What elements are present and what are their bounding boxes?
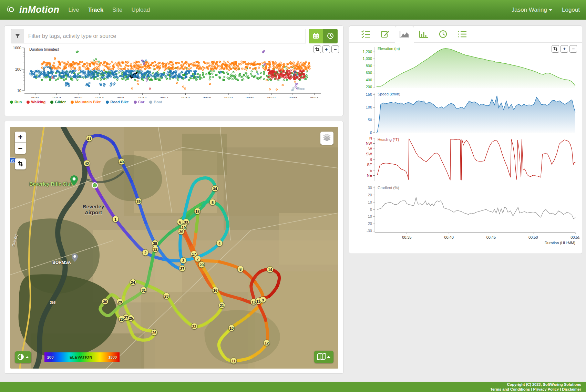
map-waypoint-32[interactable]: 32 — [152, 246, 159, 252]
map-waypoint-24[interactable]: 24 — [130, 279, 136, 286]
svg-text:S: S — [370, 157, 372, 162]
elevation-scale-label: ELEVATION — [70, 355, 92, 359]
user-menu[interactable]: Jason Waring — [512, 7, 552, 13]
activity-timeline-chart[interactable]: 1010010002011201220132014201520162017201… — [8, 44, 339, 98]
map-waypoint-4[interactable]: 4 — [216, 240, 223, 247]
layers-icon — [323, 133, 331, 143]
map-waypoint-14[interactable]: 14 — [267, 266, 274, 273]
map-waypoint-20[interactable]: 20 — [198, 261, 205, 268]
charts-crop-button[interactable] — [552, 45, 559, 53]
map-waypoint-16[interactable]: 16 — [212, 287, 219, 293]
legend-item-car[interactable]: Car — [134, 100, 144, 104]
svg-text:N: N — [369, 136, 372, 140]
nav-item-site[interactable]: Site — [112, 7, 122, 13]
map-waypoint-42[interactable]: 42 — [84, 160, 90, 167]
tab-bar-chart[interactable] — [414, 26, 433, 42]
svg-text:50: 50 — [368, 118, 372, 122]
time-filter-button[interactable] — [323, 29, 338, 43]
svg-text:Speed (km/h): Speed (km/h) — [378, 92, 400, 96]
map-waypoint-5[interactable]: 5 — [209, 199, 216, 206]
legend-label: Car — [138, 100, 144, 104]
nav-item-upload[interactable]: Upload — [131, 7, 150, 13]
map-waypoint-12[interactable]: 12 — [264, 340, 270, 346]
svg-text:1000: 1000 — [13, 46, 21, 50]
map-waypoint-3[interactable]: 3 — [180, 257, 187, 264]
elevation-chart[interactable]: 2004006008001,0001,200Elevation (m) — [352, 44, 579, 90]
legend-item-run[interactable]: Run — [10, 100, 22, 104]
footer: Copyright (C) 2023, SoftWaring Solutions… — [0, 382, 586, 392]
map-waypoint-25[interactable]: 25 — [128, 315, 134, 321]
mountain-bike-icon — [71, 101, 74, 104]
map-waypoint-36[interactable]: 36 — [178, 228, 185, 235]
map-waypoint-39[interactable]: 39 — [135, 198, 142, 205]
nav-item-live[interactable]: Live — [68, 7, 79, 13]
filter-icon — [11, 29, 24, 43]
map-waypoint-1[interactable]: 1 — [112, 216, 119, 223]
svg-text:Duration (minutes): Duration (minutes) — [29, 47, 59, 51]
map-waypoint-37[interactable]: 37 — [179, 265, 186, 272]
run-icon — [10, 101, 13, 104]
nav-item-track[interactable]: Track — [88, 7, 103, 13]
map-waypoint-23[interactable]: 23 — [163, 293, 170, 299]
map-waypoint-34[interactable]: 34 — [212, 185, 218, 192]
map[interactable]: 4142403913451863319363832241773203781424… — [10, 127, 338, 369]
svg-text:E: E — [370, 168, 372, 172]
svg-text:10: 10 — [17, 89, 21, 93]
speed-chart[interactable]: 050100150Speed (km/h) — [352, 90, 579, 135]
privacy-link[interactable]: Privacy Policy — [533, 387, 559, 391]
map-basemap-button[interactable] — [314, 351, 333, 363]
map-zoom-out-button[interactable]: − — [15, 143, 26, 154]
tab-check-list[interactable] — [356, 26, 376, 42]
calendar-filter-button[interactable] — [309, 29, 323, 43]
charts-zoom-out-button[interactable]: − — [569, 45, 577, 53]
svg-text:10: 10 — [368, 200, 372, 204]
map-waypoint-10[interactable]: 10 — [228, 325, 235, 331]
tab-area-chart[interactable] — [395, 26, 414, 43]
map-waypoint-40[interactable]: 40 — [119, 158, 125, 165]
legend-item-walking[interactable]: Walking — [27, 100, 45, 104]
map-waypoint-41[interactable]: 41 — [86, 135, 93, 142]
map-waypoint-22[interactable]: 22 — [191, 323, 198, 330]
legend-label: Run — [14, 100, 22, 104]
filter-input[interactable] — [24, 29, 306, 43]
map-crop-button[interactable] — [15, 158, 26, 169]
svg-text:200: 200 — [366, 85, 372, 89]
map-waypoint-21[interactable]: 21 — [219, 302, 225, 309]
map-waypoint-11[interactable]: 11 — [230, 358, 237, 364]
svg-text:2017: 2017 — [160, 96, 168, 98]
legend-item-mountain-bike[interactable]: Mountain Bike — [71, 100, 101, 104]
legend-item-road-bike[interactable]: Road Bike — [106, 100, 129, 104]
map-contrast-button[interactable] — [15, 351, 31, 363]
legend-item-boat[interactable]: Boat — [149, 100, 162, 104]
map-waypoint-7[interactable]: 7 — [195, 256, 201, 262]
svg-text:2012: 2012 — [52, 96, 61, 98]
map-waypoint-29[interactable]: 29 — [117, 299, 123, 305]
map-waypoint-8[interactable]: 8 — [237, 266, 244, 272]
gradient-chart[interactable]: -30-20-100102030Gradient (%)00:3500:4000… — [352, 184, 579, 248]
terms-link[interactable]: Terms and Conditions — [490, 387, 530, 391]
clock-icon — [327, 32, 334, 40]
map-waypoint-18[interactable]: 18 — [194, 208, 201, 215]
map-waypoint-2[interactable]: 2 — [142, 249, 149, 256]
disclaimer-link[interactable]: Disclaimer — [562, 387, 581, 391]
charts-tabbar — [349, 26, 582, 43]
legend-item-glider[interactable]: Glider — [50, 100, 66, 104]
heading-chart[interactable]: NEESESSWWNWNHeading (°T) — [352, 135, 579, 184]
tab-list[interactable] — [453, 26, 472, 42]
road-bike-icon — [106, 101, 109, 104]
map-waypoint-31[interactable]: 31 — [141, 287, 147, 293]
map-waypoint-9[interactable]: 9 — [260, 297, 266, 303]
logout-link[interactable]: Logout — [562, 7, 580, 13]
legend-label: Glider — [55, 100, 66, 104]
brand[interactable]: inMotion — [6, 4, 59, 16]
charts-zoom-in-button[interactable]: + — [561, 45, 568, 53]
svg-text:150: 150 — [366, 92, 372, 96]
map-canvas[interactable] — [10, 127, 338, 369]
tab-clock[interactable] — [433, 26, 453, 42]
tab-edit[interactable] — [376, 26, 395, 42]
map-waypoint-30[interactable]: 30 — [102, 298, 109, 305]
map-layers-button[interactable] — [320, 132, 333, 145]
map-waypoint-26[interactable]: 26 — [151, 329, 158, 336]
map-zoom-in-button[interactable]: + — [15, 132, 26, 143]
calendar-icon — [313, 33, 319, 40]
